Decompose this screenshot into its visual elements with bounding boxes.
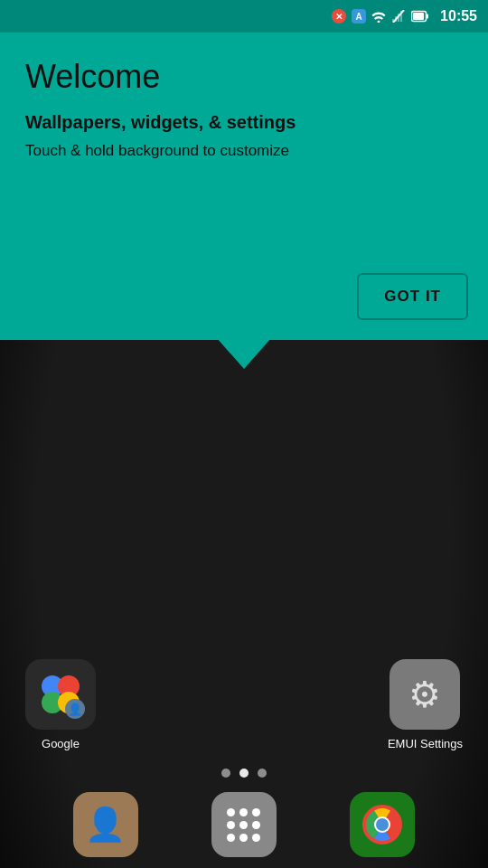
app-icon-emui[interactable]: ⚙: [389, 659, 460, 730]
status-time: 10:55: [440, 8, 477, 24]
contacts-person-icon: 👤: [85, 806, 126, 844]
google-person-icon: 👤: [68, 703, 82, 716]
chrome-logo-svg: [359, 801, 406, 848]
page-dot-3[interactable]: [258, 769, 267, 778]
app-icon-google[interactable]: 👤: [25, 659, 96, 730]
page-dot-2[interactable]: [239, 769, 249, 778]
svg-rect-7: [413, 13, 424, 20]
svg-rect-6: [427, 14, 429, 19]
status-bar: ✕ A 10:55: [0, 0, 488, 33]
welcome-subtitle: Wallpapers, widgets, & settings: [25, 112, 463, 133]
app-label-google: Google: [42, 737, 80, 750]
dock-chrome-icon[interactable]: [350, 792, 415, 857]
dock-apps-icon[interactable]: [211, 792, 277, 857]
app-label-emui: EMUI Settings: [388, 737, 463, 750]
tooltip-panel: Welcome Wallpapers, widgets, & settings …: [0, 33, 488, 340]
page-dot-1[interactable]: [221, 769, 230, 778]
dock: 👤: [0, 781, 488, 868]
notification-a-icon: A: [352, 9, 366, 24]
welcome-title: Welcome: [25, 58, 463, 96]
welcome-desc: Touch & hold background to customize: [25, 142, 463, 160]
page-dots: [221, 769, 267, 778]
app-icons-row: 👤 Google ⚙ EMUI Settings: [0, 659, 488, 750]
signal-icon: [391, 10, 406, 23]
wifi-icon: [371, 10, 386, 23]
got-it-button[interactable]: GOT IT: [357, 273, 468, 320]
emui-gear-icon: ⚙: [408, 674, 441, 715]
app-icon-emui-wrapper[interactable]: ⚙ EMUI Settings: [388, 659, 463, 750]
dock-contacts-icon[interactable]: 👤: [73, 792, 138, 857]
battery-icon: [411, 10, 429, 23]
app-icon-google-wrapper[interactable]: 👤 Google: [25, 659, 96, 750]
notification-x-icon: ✕: [332, 9, 346, 24]
apps-grid-icon: [227, 808, 260, 842]
svg-point-15: [376, 818, 389, 831]
